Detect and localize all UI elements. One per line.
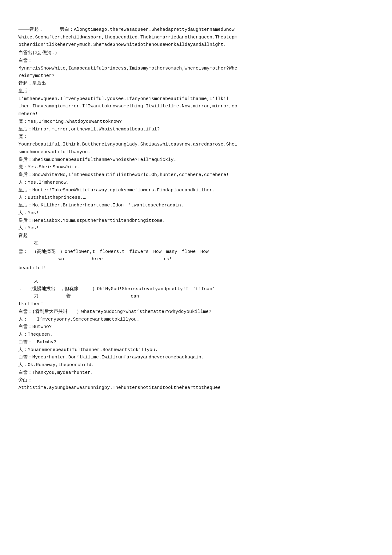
- line-magic-2: 魔： Youarebeautiful,Ithink.Butthereisayou…: [18, 133, 374, 156]
- line-snow-white-cry: 白雪：(看到后大声哭叫 ）Whatareyoudoing?What’sthema…: [18, 308, 374, 316]
- line-queen-killher: 皇后：No,Killher.Bringherhearttome.Idon ’tw…: [18, 202, 374, 210]
- line-hunter-yes1: 人：Yes.I’mherenow.: [18, 179, 374, 187]
- line-queen-enter: 音起，皇后出: [18, 80, 374, 88]
- line-queen-mirror: 皇后：Mirror,mirror,onthewall.Whoisthemostb…: [18, 126, 374, 134]
- line-hunter-reason: 人：Youaremorebeautifulthanher.Soshewantst…: [18, 346, 374, 354]
- line-queen-hunter: 皇后：SnowWhite?No,I’mthemostbeautifulinthe…: [18, 171, 374, 179]
- line-magic-1: 魔：Yes,I’mcoming.Whatdoyouwanttoknow?: [18, 118, 374, 126]
- line-hunter-but: 人：Butsheistheprincess.…: [18, 194, 374, 202]
- line-hunter-yes2: 人：Yes!: [18, 210, 374, 217]
- flower-line-top: 雪： （高地摘花 ）Oneflower,t flowers,t flowers …: [18, 248, 209, 256]
- line-snow-who: 白雪：Butwho?: [18, 323, 374, 331]
- line-beautiful: beautiful!: [18, 265, 374, 272]
- script-body: ————音起， 旁白：Alongtimeago,therewasaqueen.S…: [18, 26, 374, 392]
- flower-line-bottom: wo hree …… rs!: [18, 256, 172, 263]
- line-snow-pleads: 白雪：Mydearhunter.Don’tkillme.Iwillrunfara…: [18, 354, 374, 361]
- line-snow-thanks: 白雪：Thankyou,mydearhunter.: [18, 369, 374, 377]
- line-hunter-ok: 人：Ok.Runaway,thepoorchild.: [18, 361, 374, 369]
- line-hunter-hesitates: ： （慢慢地拔出 ，但犹豫 ）Oh!MyGod!Sheissolovelyand…: [18, 285, 374, 308]
- line-queen-speech: 皇后： I’mthenewqueen.I’mverybeautiful.yous…: [18, 88, 374, 118]
- line-hunter-yes3: 人：Yes!: [18, 225, 374, 232]
- page-content: ———— ————音起， 旁白：Alongtimeago,therewasaqu…: [18, 12, 374, 392]
- line-narrator-label: 旁白：: [18, 377, 374, 385]
- hunter-line2: 刀 着 can: [18, 294, 139, 299]
- line-queen-who: 皇后：Sheismuchmorebeautifulthanme?Whoisshe…: [18, 156, 374, 164]
- line-magic-snowwhite: 魔：Yes.SheisSnowWhite.: [18, 164, 374, 171]
- line-hunter-sorry: 人： I’mverysorry.Someonewantsmetokillyou.: [18, 316, 374, 324]
- line-hunter-queen: 人：Thequeen.: [18, 331, 374, 339]
- line-snow-why: 白雪： Butwhy?: [18, 339, 374, 346]
- line-hunter-person: 人: [18, 278, 374, 285]
- line-queen-box: 皇后：Hereisabox.Youmustputherheartinitandb…: [18, 217, 374, 225]
- line-at-field: 在: [18, 240, 374, 248]
- line-blank: [18, 272, 374, 278]
- hunter-line1: ： （慢慢地拔出 ，但犹豫 ）Oh!MyGod!Sheissolovelyand…: [18, 286, 215, 292]
- line-narrator-text: Atthistime,ayoungbearwasrunningby.Thehun…: [18, 384, 374, 392]
- line-snow-flowers: 雪： （高地摘花 ）Oneflower,t flowers,t flowers …: [18, 248, 374, 264]
- line-snow-white-name: 白雪： MynameisSnowWhite,Iamabeautifulprinc…: [18, 57, 374, 80]
- separator-line: ————: [18, 12, 374, 20]
- line-snow-white-enter: 白雪出(地,做清.): [18, 50, 374, 57]
- hunter-line3: tkillher!: [18, 301, 43, 307]
- line-music-rise: 音起: [18, 232, 374, 240]
- line-music-start: ————音起， 旁白：Alongtimeago,therewasaqueen.S…: [18, 26, 374, 49]
- line-queen-kill: 皇后：Hunter!TakeSnowWhitefarawaytopicksome…: [18, 187, 374, 194]
